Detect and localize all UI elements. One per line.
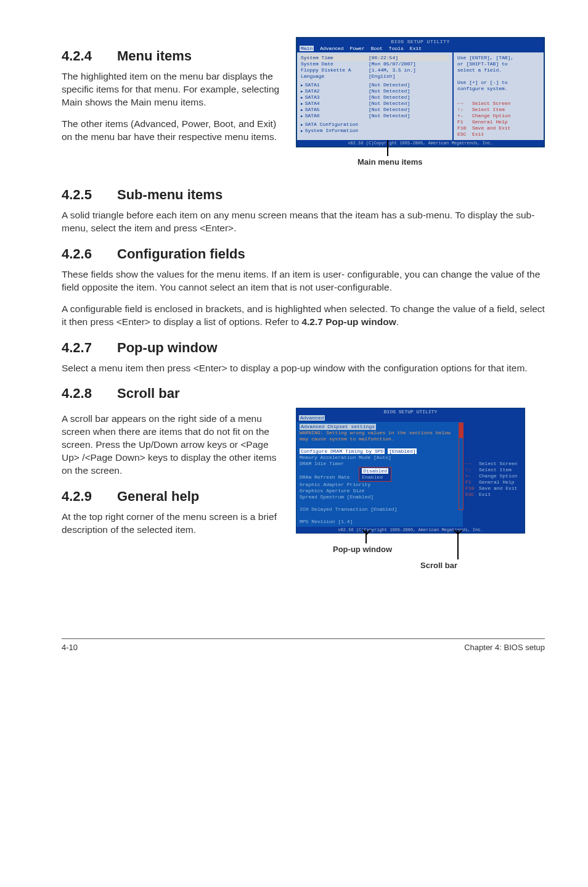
callout-main-menu-items: Main menu items — [357, 157, 422, 167]
heading-424: 4.2.4Menu items — [62, 48, 284, 64]
heading-425: 4.2.5Sub-menu items — [62, 187, 545, 203]
heading-429: 4.2.9General help — [62, 489, 284, 505]
bios-screenshot-main: BIOS SETUP UTILITY Main Advanced Power B… — [296, 37, 545, 147]
page-number: 4-10 — [62, 643, 78, 652]
heading-428: 4.2.8Scroll bar — [62, 386, 545, 402]
page-footer: 4-10 Chapter 4: BIOS setup — [62, 638, 545, 652]
heading-426: 4.2.6Configuration fields — [62, 246, 545, 262]
callout-popup-window: Pop-up window — [333, 545, 392, 554]
para: A configurable field is enclosed in brac… — [62, 303, 545, 329]
para: A solid triangle before each item on any… — [62, 209, 545, 235]
para: A scroll bar appears on the right side o… — [62, 413, 284, 477]
para: The highlighted item on the menu bar dis… — [62, 70, 284, 109]
bios-tab: Main — [300, 46, 314, 51]
para: Select a menu item then press <Enter> to… — [62, 362, 545, 375]
chapter-label: Chapter 4: BIOS setup — [464, 643, 545, 652]
para: The other items (Advanced, Power, Boot, … — [62, 118, 284, 144]
scrollbar-indicator — [459, 423, 463, 510]
callout-scroll-bar: Scroll bar — [420, 561, 457, 570]
para: These fields show the values for the men… — [62, 268, 545, 294]
heading-427: 4.2.7Pop-up window — [62, 340, 545, 356]
para: At the top right corner of the menu scre… — [62, 511, 284, 537]
bios-screenshot-advanced: BIOS SETUP UTILITY Advanced Advanced Chi… — [296, 408, 525, 534]
